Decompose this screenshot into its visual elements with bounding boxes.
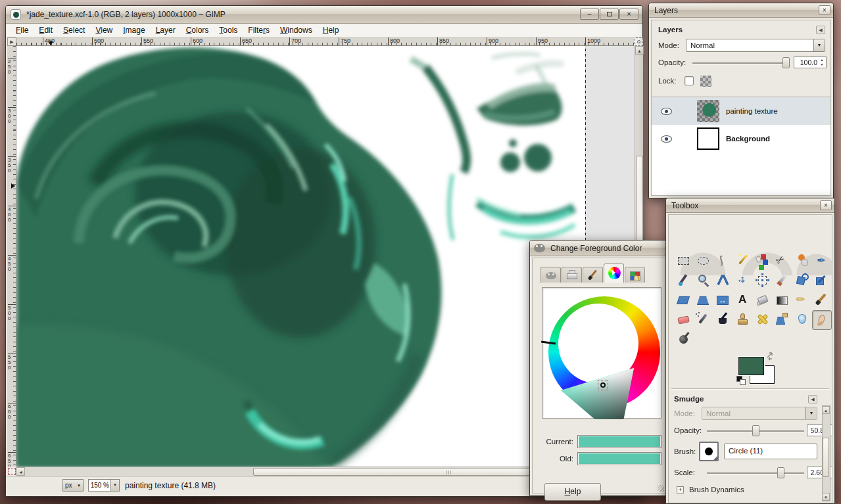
options-menu-button[interactable]: ◀ — [808, 395, 817, 403]
tool-brush-button[interactable] — [812, 290, 832, 310]
tab-gimp-selector[interactable] — [541, 267, 561, 283]
menu-edit[interactable]: Edit — [34, 24, 58, 36]
smudge-scale-handle[interactable] — [777, 467, 784, 478]
gimp-titlebar[interactable]: *jade_texture.xcf-1.0 (RGB, 2 layers) 10… — [6, 6, 642, 24]
menu-image[interactable]: Image — [118, 24, 150, 36]
tool-dodge-button[interactable] — [674, 330, 694, 350]
tool-clone-button[interactable] — [733, 310, 753, 330]
help-button[interactable]: Help — [544, 483, 601, 501]
layer-name[interactable]: painting texture — [726, 107, 778, 115]
toolbox-titlebar[interactable]: Toolbox × — [666, 198, 834, 213]
scroll-left-icon[interactable]: ◄ — [16, 467, 25, 476]
fg-bg-color-widget[interactable] — [734, 350, 787, 387]
tool-flip-button[interactable]: ↔ — [713, 290, 733, 310]
tool-blur-button[interactable] — [792, 310, 812, 330]
layer-mode-dropdown[interactable]: Normal ▼ — [686, 39, 825, 52]
fade-out-checkbox[interactable] — [675, 503, 685, 503]
zoom-dropdown-icon[interactable]: ▼ — [111, 479, 120, 492]
tool-rotate-button[interactable] — [792, 271, 812, 290]
ruler-menu-button[interactable]: ▶ — [7, 37, 16, 46]
layer-opacity-slider[interactable] — [692, 62, 790, 64]
visibility-eye-icon[interactable] — [661, 135, 672, 143]
tool-picker-button[interactable] — [674, 271, 694, 290]
tool-bycolor-button[interactable] — [753, 251, 773, 271]
layers-titlebar[interactable]: Layers × — [649, 3, 833, 18]
tool-persp-button[interactable] — [694, 290, 713, 310]
tab-watercolor-selector[interactable] — [583, 267, 603, 283]
resize-grip[interactable] — [658, 485, 664, 492]
layer-thumbnail[interactable] — [697, 100, 719, 122]
tool-fgselect-button[interactable] — [792, 251, 812, 271]
tool-lasso-button[interactable]: ʃ — [713, 251, 733, 271]
layers-close-button[interactable]: × — [819, 5, 830, 15]
expander-plus-icon[interactable]: + — [677, 486, 684, 493]
tool-eraser-button[interactable] — [674, 310, 694, 330]
v-ruler[interactable]: 250300350400450500550600650 — [7, 46, 16, 467]
menu-file[interactable]: File — [11, 24, 34, 36]
layer-opacity-spin[interactable]: 100.0 ▲ ▼ — [794, 57, 827, 68]
sv-triangle[interactable] — [542, 288, 662, 419]
options-scroll-thumb[interactable] — [823, 438, 829, 477]
layer-row-painting-texture[interactable]: painting texture — [652, 97, 830, 125]
layer-opacity-handle[interactable] — [782, 57, 790, 68]
tool-zoom-button[interactable] — [694, 271, 713, 290]
tool-shear-button[interactable] — [674, 290, 694, 310]
zoom-combo[interactable]: 150 % ▼ — [88, 479, 120, 492]
h-ruler[interactable]: 4505005506006507007508008509009501000 — [16, 37, 634, 46]
smudge-opacity-slider[interactable] — [707, 430, 804, 432]
tool-paths-button[interactable]: ✒ — [812, 251, 832, 271]
brush-dynamics-expander[interactable]: Brush Dynamics — [689, 486, 744, 493]
color-selection-marker[interactable] — [598, 380, 608, 390]
menu-tools[interactable]: Tools — [214, 24, 243, 36]
menu-help[interactable]: Help — [318, 24, 345, 36]
tool-wand-button[interactable] — [733, 251, 753, 271]
tool-scissors-button[interactable]: ✂ — [773, 251, 792, 271]
zoom-value[interactable]: 150 % — [88, 479, 111, 492]
maximize-button[interactable] — [600, 9, 619, 20]
layer-name[interactable]: Background — [726, 135, 770, 143]
tool-crop-button[interactable] — [773, 271, 792, 290]
menu-windows[interactable]: Windows — [275, 24, 318, 36]
unit-dropdown[interactable]: px▼ — [62, 479, 84, 492]
tool-scale-button[interactable] — [812, 271, 832, 290]
tab-print-selector[interactable] — [562, 267, 582, 283]
spin-down-icon[interactable]: ▼ — [819, 62, 825, 67]
swap-colors-icon[interactable] — [766, 352, 775, 361]
tool-rectselect-button[interactable] — [674, 251, 694, 271]
brush-preview[interactable] — [699, 442, 719, 461]
lock-alpha-checkbox[interactable] — [685, 76, 694, 85]
toolbox-close-button[interactable]: × — [820, 200, 832, 210]
tool-bucket-button[interactable] — [753, 290, 773, 310]
menu-view[interactable]: View — [90, 24, 118, 36]
smudge-scale-slider[interactable] — [707, 472, 804, 474]
tool-airbrush-button[interactable] — [694, 310, 713, 330]
menu-colors[interactable]: Colors — [181, 24, 214, 36]
scroll-up-icon[interactable]: ▲ — [635, 46, 644, 55]
tool-measure-button[interactable] — [713, 271, 733, 290]
layer-thumbnail[interactable] — [697, 127, 719, 150]
tab-wheel-selector[interactable] — [604, 263, 624, 283]
menu-filters[interactable]: Filters — [243, 24, 275, 36]
zoom-follow-icon[interactable] — [635, 37, 643, 46]
tool-persclone-button[interactable] — [773, 310, 792, 330]
close-button[interactable]: × — [619, 9, 638, 20]
options-scrollbar[interactable]: ▲ ▼ — [822, 405, 830, 501]
tool-ink-button[interactable] — [713, 310, 733, 330]
smudge-opacity-handle[interactable] — [752, 425, 759, 436]
tool-move-button[interactable]: ↔↕ — [733, 271, 753, 290]
old-color-swatch[interactable] — [577, 452, 661, 465]
tool-pencil-button[interactable]: ✏ — [792, 290, 812, 310]
layer-row-background[interactable]: Background — [652, 125, 830, 152]
foreground-color-swatch[interactable] — [738, 357, 764, 375]
menu-layer[interactable]: Layer — [151, 24, 181, 36]
menu-select[interactable]: Select — [58, 24, 90, 36]
color-wheel-area[interactable] — [542, 287, 661, 419]
tool-align-button[interactable] — [753, 271, 773, 290]
tool-gradient-button[interactable] — [773, 290, 792, 310]
minimize-button[interactable]: – — [580, 9, 599, 20]
quickmask-toggle[interactable] — [8, 468, 16, 475]
panel-menu-button[interactable]: ◀ — [816, 26, 825, 34]
tool-smudge-button[interactable] — [812, 310, 832, 330]
tool-text-button[interactable]: A — [733, 290, 753, 310]
brush-name-field[interactable]: Circle (11) — [724, 444, 817, 459]
